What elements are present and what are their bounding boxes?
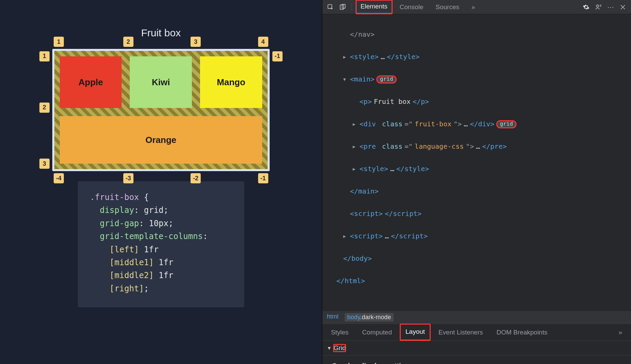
tabs-overflow[interactable]: » [467, 1, 480, 14]
subtab-layout[interactable]: Layout [400, 324, 430, 341]
grid-line-bot-2: -3 [123, 173, 133, 183]
grid-line-bot-3: -2 [191, 173, 201, 183]
close-icon[interactable] [618, 2, 628, 12]
cell-orange: Orange [60, 116, 262, 164]
grid-line-top-1: 1 [54, 37, 64, 47]
grid-line-bot-1: -4 [54, 173, 64, 183]
subtab-styles[interactable]: Styles [326, 325, 354, 340]
tab-elements[interactable]: Elements [356, 0, 392, 14]
layout-panel: Overlay display settings Show line numbe… [322, 356, 631, 364]
dom-nav-close[interactable]: </nav> [350, 29, 375, 40]
chevron-down-icon: ▼ [327, 345, 332, 351]
dom-breadcrumb[interactable]: html body.dark-mode [322, 311, 631, 324]
grid-line-left-3: 3 [39, 159, 50, 169]
inspect-icon[interactable] [326, 2, 335, 12]
grid-line-left-1: 1 [39, 51, 50, 61]
grid-line-bot-4: -1 [258, 173, 268, 183]
grid-line-top-3: 3 [191, 37, 201, 47]
css-code-card: .fruit-box { display: grid; grid-gap: 10… [78, 181, 244, 307]
gear-icon[interactable] [581, 2, 591, 12]
grid-line-left-2: 2 [39, 103, 50, 113]
grid-badge-div[interactable]: grid [497, 121, 517, 128]
cell-apple: Apple [60, 56, 122, 108]
fruit-box-grid: Apple Kiwi Mango Orange [52, 49, 270, 171]
page-title: Fruit box [141, 27, 181, 39]
overlay-settings-heading: Overlay display settings [332, 362, 621, 364]
grid-line-top-4: 4 [258, 37, 268, 47]
feedback-icon[interactable] [594, 2, 603, 12]
breadcrumb-body[interactable]: body.dark-mode [345, 313, 394, 322]
devtools-toolbar: Elements Console Sources » ⋯ [322, 0, 631, 14]
breadcrumb-html[interactable]: html [327, 313, 339, 322]
grid-badge-main[interactable]: grid [377, 76, 397, 83]
rendered-page-pane: Fruit box Apple Kiwi Mango Orange 1 2 3 … [0, 0, 322, 364]
device-toggle-icon[interactable] [338, 2, 347, 12]
dom-tree[interactable]: </nav> ▸<style>…</style> ▾<main> grid <p… [322, 14, 631, 311]
tab-console[interactable]: Console [395, 1, 428, 14]
section-grid-label: Grid [333, 344, 346, 352]
tab-sources[interactable]: Sources [431, 1, 464, 14]
kebab-icon[interactable]: ⋯ [606, 2, 615, 12]
cell-kiwi: Kiwi [130, 56, 192, 108]
subtab-dom-breakpoints[interactable]: DOM Breakpoints [491, 325, 553, 340]
svg-point-3 [596, 5, 599, 7]
grid-line-right-1: -1 [272, 51, 283, 61]
devtools-pane: Elements Console Sources » ⋯ </nav> ▸<st… [322, 0, 631, 364]
grid-line-top-2: 2 [123, 37, 133, 47]
cell-mango: Mango [200, 56, 262, 108]
subpanel-tabs: Styles Computed Layout Event Listeners D… [322, 324, 631, 341]
subtab-computed[interactable]: Computed [357, 325, 397, 340]
section-grid-header[interactable]: ▼ Grid [322, 341, 631, 356]
subtabs-overflow[interactable]: » [613, 325, 628, 340]
grid-overlay-wrap: Apple Kiwi Mango Orange 1 2 3 4 -4 -3 -2… [52, 49, 270, 171]
subtab-event-listeners[interactable]: Event Listeners [433, 325, 488, 340]
